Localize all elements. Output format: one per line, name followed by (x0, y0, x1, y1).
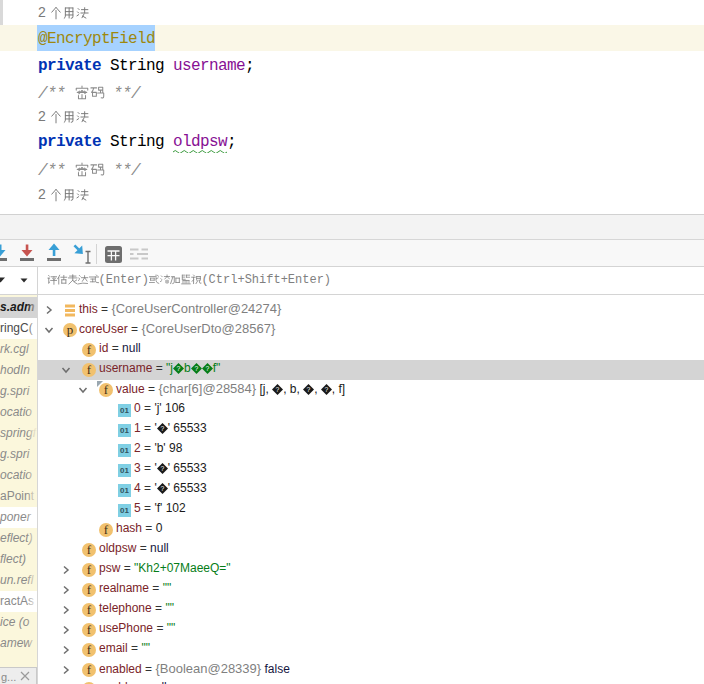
svg-text:?: ? (177, 364, 181, 371)
svg-text:?: ? (307, 385, 311, 392)
svg-text:?: ? (276, 385, 280, 392)
svg-text:?: ? (205, 364, 209, 371)
svg-text:?: ? (160, 464, 164, 471)
svg-text:?: ? (324, 385, 328, 392)
svg-text:?: ? (160, 484, 164, 491)
svg-text:?: ? (194, 364, 198, 371)
svg-text:?: ? (160, 424, 164, 431)
